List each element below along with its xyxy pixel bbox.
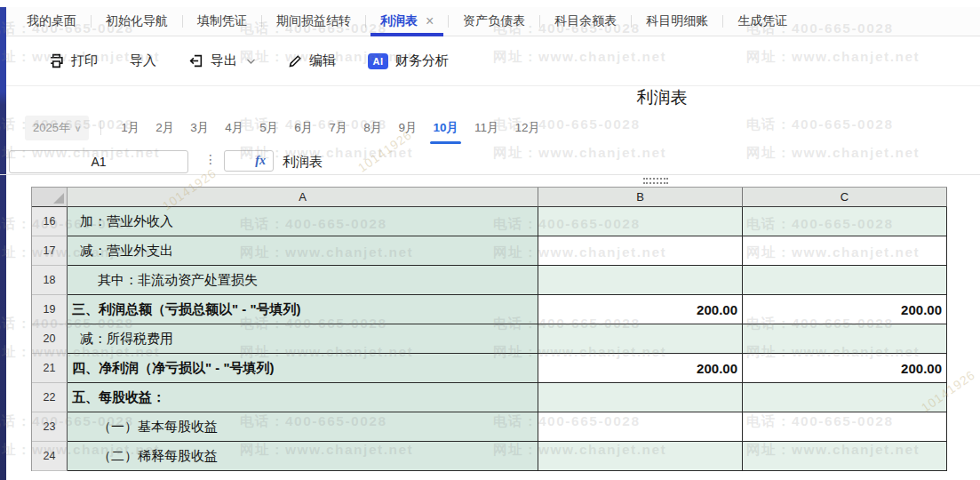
row-number[interactable]: 21 [32, 354, 68, 383]
tab-label: 初始化导航 [106, 13, 168, 29]
row-number[interactable]: 20 [32, 324, 68, 354]
month-bar-divider [100, 121, 101, 135]
cell-c16[interactable] [743, 207, 947, 236]
year-selector[interactable]: 2025年 ∨ [25, 116, 89, 140]
tab-generate-voucher[interactable]: 生成凭证 [729, 7, 795, 36]
column-header-a[interactable]: A [68, 188, 538, 207]
close-icon[interactable]: × [426, 14, 434, 28]
row-number[interactable]: 18 [32, 266, 68, 295]
caret-down-icon: ∨ [75, 124, 81, 133]
cell-b24[interactable] [538, 442, 743, 471]
tab-separator [539, 15, 540, 28]
tab-separator [91, 15, 92, 28]
month-tab-3[interactable]: 3月 [190, 112, 209, 144]
cell-b20[interactable] [538, 324, 743, 354]
month-tab-6[interactable]: 6月 [294, 112, 313, 144]
cell-b16[interactable] [538, 207, 743, 236]
cell-a24[interactable]: （二）稀释每股收益 [68, 442, 538, 471]
cell-b23[interactable] [538, 412, 743, 442]
cell-c21[interactable]: 200.00 [743, 354, 947, 383]
month-tab-5[interactable]: 5月 [259, 112, 278, 144]
tab-balance-sheet[interactable]: 资产负债表 [455, 7, 533, 36]
row-number[interactable]: 19 [32, 295, 68, 324]
import-button[interactable]: 导入 [130, 52, 156, 69]
cell-b17[interactable] [538, 236, 743, 266]
formula-input[interactable]: 利润表 [283, 154, 323, 171]
month-tab-4[interactable]: 4月 [225, 112, 243, 144]
tab-label: 资产负债表 [463, 13, 525, 29]
cell-a20[interactable]: 减：所得税费用 [68, 324, 538, 354]
cell-a17[interactable]: 减：营业外支出 [68, 236, 538, 266]
print-label: 打印 [71, 52, 98, 69]
tab-separator [365, 15, 366, 28]
month-tab-12[interactable]: 12月 [514, 112, 540, 144]
cell-a19[interactable]: 三、利润总额（亏损总额以" - "号填列) [68, 295, 538, 324]
fx-button[interactable]: fx [224, 150, 274, 172]
tab-label: 我的桌面 [27, 13, 76, 29]
pencil-icon [288, 54, 302, 68]
row-number[interactable]: 17 [32, 236, 68, 266]
tab-separator [261, 15, 262, 28]
cell-c19[interactable]: 200.00 [743, 295, 947, 324]
cell-c22[interactable] [743, 383, 947, 412]
month-tab-11[interactable]: 11月 [474, 112, 499, 144]
splitter-grip[interactable] [643, 178, 668, 184]
month-tab-1[interactable]: 1月 [121, 112, 139, 144]
report-title: 利润表 [637, 86, 688, 109]
tab-voucher-entry[interactable]: 填制凭证 [189, 7, 255, 36]
formula-bar-divider [0, 174, 980, 175]
row-number[interactable]: 24 [32, 442, 68, 471]
cell-c18[interactable] [743, 266, 947, 295]
ai-analysis-button[interactable]: AI 财务分析 [368, 52, 449, 69]
row-number[interactable]: 16 [32, 207, 68, 236]
cell-c20[interactable] [743, 324, 947, 354]
tab-label: 科目余额表 [554, 13, 617, 29]
month-tab-2[interactable]: 2月 [155, 112, 174, 144]
column-header-b[interactable]: B [538, 188, 743, 207]
tab-account-balance[interactable]: 科目余额表 [546, 7, 625, 36]
month-tab-10[interactable]: 10月 [433, 112, 458, 144]
month-tab-9[interactable]: 9月 [398, 112, 417, 144]
cell-a23[interactable]: （一）基本每股收益 [68, 412, 538, 442]
cell-b19[interactable]: 200.00 [538, 295, 743, 324]
export-button[interactable]: 导出 [188, 52, 256, 69]
month-bar: 2025年 ∨ 1月2月3月4月5月6月7月8月9月10月11月12月 [25, 113, 548, 143]
cell-a22[interactable]: 五、每股收益： [68, 383, 538, 412]
tab-label: 利润表 [380, 13, 418, 29]
print-button[interactable]: 打印 [49, 52, 98, 69]
column-header-c[interactable]: C [743, 188, 947, 207]
select-all-corner[interactable] [32, 188, 68, 207]
tab-period-pl-carryover[interactable]: 期间损益结转 [268, 7, 359, 36]
import-label: 导入 [130, 52, 156, 69]
watermark-site: 网址：www.chanjet.net [493, 144, 666, 163]
edit-label: 编辑 [309, 52, 336, 69]
year-label: 2025年 [33, 120, 70, 136]
tab-init-navigation[interactable]: 初始化导航 [98, 7, 176, 36]
cell-a16[interactable]: 加：营业外收入 [68, 207, 538, 236]
export-icon [188, 53, 203, 68]
tab-bar: 我的桌面初始化导航填制凭证期间损益结转利润表×资产负债表科目余额表科目明细账生成… [6, 7, 980, 36]
tab-separator [722, 15, 723, 28]
cell-b21[interactable]: 200.00 [538, 354, 743, 383]
cell-c24[interactable] [743, 442, 947, 471]
cell-reference-box[interactable]: A1 [9, 150, 188, 173]
row-number[interactable]: 22 [32, 383, 68, 412]
cell-a18[interactable]: 其中：非流动资产处置损失 [68, 266, 538, 295]
month-tab-8[interactable]: 8月 [363, 112, 382, 144]
cell-b22[interactable] [538, 383, 743, 412]
edit-button[interactable]: 编辑 [288, 52, 336, 69]
fx-icon: fx [255, 154, 266, 168]
cell-a21[interactable]: 四、净利润（净亏损以" - "号填列) [68, 354, 538, 383]
tab-label: 科目明细账 [646, 13, 708, 29]
window-left-stripe [0, 7, 6, 480]
chevron-down-icon [246, 58, 256, 65]
row-number[interactable]: 23 [32, 412, 68, 442]
formula-bar-dots-icon: ⋮ [204, 153, 217, 165]
tab-my-desktop[interactable]: 我的桌面 [19, 7, 84, 36]
tab-account-detail[interactable]: 科目明细账 [638, 7, 716, 36]
cell-c23[interactable] [743, 412, 947, 442]
tab-income-statement[interactable]: 利润表× [372, 7, 442, 36]
cell-c17[interactable] [743, 236, 947, 266]
cell-b18[interactable] [538, 266, 743, 295]
month-tab-7[interactable]: 7月 [329, 112, 347, 144]
